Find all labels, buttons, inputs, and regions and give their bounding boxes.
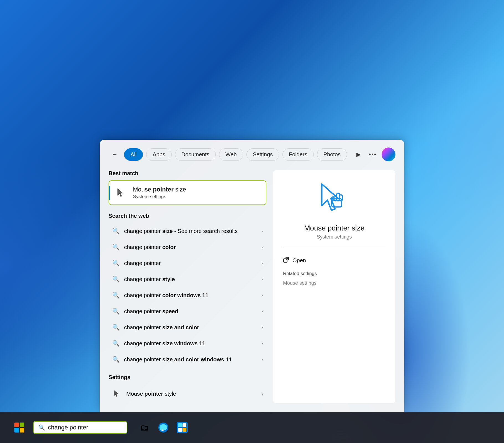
settings-item-0[interactable]: Mouse pointer style › [109, 384, 266, 403]
chevron-3: › [261, 276, 263, 282]
result-text-1: change pointer color [124, 244, 257, 250]
chevron-1: › [261, 244, 263, 250]
result-text-0: change pointer size - See more search re… [124, 228, 257, 234]
search-icon-2: 🔍 [112, 260, 120, 267]
web-result-7[interactable]: 🔍 change pointer size windows 11 › [109, 335, 266, 351]
taskbar-search-text: change pointer [48, 424, 88, 431]
svg-rect-6 [14, 423, 19, 427]
svg-rect-8 [14, 428, 19, 432]
taskbar-apps: 🗂 [137, 420, 189, 435]
start-button[interactable] [11, 419, 28, 436]
web-section: Search the web 🔍 change pointer size - S… [109, 213, 266, 367]
svg-rect-2 [340, 195, 342, 201]
search-icon-7: 🔍 [112, 340, 120, 347]
result-text-6: change pointer size and color [124, 324, 257, 331]
chevron-0: › [261, 228, 263, 234]
left-panel: Best match Mouse pointer size System set… [109, 170, 266, 403]
search-overlay: ← All Apps Documents Web Settings Folder… [100, 140, 404, 412]
taskbar-search-box[interactable]: 🔍 change pointer [33, 421, 127, 434]
search-icon-6: 🔍 [112, 324, 120, 331]
right-panel: Mouse pointer size System settings Open … [273, 170, 395, 403]
open-external-icon [283, 257, 289, 264]
taskbar-app-filemanager[interactable]: 🗂 [137, 420, 152, 435]
best-match-label: Best match [109, 170, 266, 177]
best-match-info: Mouse pointer size System settings [133, 186, 260, 200]
svg-rect-12 [178, 423, 182, 427]
mouse-pointer-style-icon [112, 389, 122, 399]
filter-pill-all[interactable]: All [124, 148, 143, 161]
result-text-7: change pointer size windows 11 [124, 340, 257, 347]
result-text-8: change pointer size and color windows 11 [124, 356, 257, 363]
web-section-label: Search the web [109, 213, 266, 219]
filter-pill-web[interactable]: Web [219, 148, 243, 161]
web-result-0[interactable]: 🔍 change pointer size - See more search … [109, 223, 266, 239]
copilot-icon[interactable] [382, 147, 395, 161]
settings-chevron-0: › [261, 391, 263, 397]
chevron-7: › [261, 341, 263, 346]
best-match-item[interactable]: Mouse pointer size System settings [109, 180, 266, 205]
search-nav: ← All Apps Documents Web Settings Folder… [109, 147, 395, 161]
search-icon-4: 🔍 [112, 292, 120, 299]
right-panel-subtitle: System settings [283, 234, 385, 240]
open-label: Open [292, 257, 306, 264]
best-match-title: Mouse pointer size [133, 186, 260, 193]
taskbar-search-icon: 🔍 [38, 424, 45, 431]
svg-rect-14 [178, 428, 182, 432]
related-mouse-settings[interactable]: Mouse settings [283, 279, 317, 287]
chevron-5: › [261, 309, 263, 314]
settings-section: Settings Mouse pointer style › [109, 374, 266, 403]
filter-pill-apps[interactable]: Apps [146, 148, 172, 161]
filter-pill-photos[interactable]: Photos [317, 148, 347, 161]
right-panel-divider [283, 248, 385, 248]
settings-section-label: Settings [109, 374, 266, 380]
filter-pill-folders[interactable]: Folders [282, 148, 314, 161]
settings-result-text-0: Mouse pointer style [126, 391, 257, 397]
search-icon-1: 🔍 [112, 243, 120, 251]
web-result-1[interactable]: 🔍 change pointer color › [109, 239, 266, 255]
chevron-6: › [261, 325, 263, 330]
web-result-6[interactable]: 🔍 change pointer size and color › [109, 319, 266, 335]
result-text-5: change pointer speed [124, 308, 257, 315]
search-icon-5: 🔍 [112, 308, 120, 315]
back-button[interactable]: ← [109, 148, 121, 160]
mouse-pointer-icon [115, 186, 128, 200]
result-text-2: change pointer [124, 260, 257, 266]
chevron-2: › [261, 260, 263, 266]
related-settings-label: Related settings [283, 271, 317, 276]
svg-rect-7 [20, 423, 24, 427]
open-button[interactable]: Open [283, 255, 385, 266]
web-result-4[interactable]: 🔍 change pointer color windows 11 › [109, 287, 266, 303]
svg-rect-13 [182, 423, 186, 427]
chevron-8: › [261, 357, 263, 362]
best-match-subtitle: System settings [133, 194, 260, 200]
web-result-8[interactable]: 🔍 change pointer size and color windows … [109, 351, 266, 367]
result-text-3: change pointer style [124, 276, 257, 283]
web-result-2[interactable]: 🔍 change pointer › [109, 255, 266, 271]
taskbar: 🔍 change pointer 🗂 [0, 412, 504, 443]
web-result-3[interactable]: 🔍 change pointer style › [109, 271, 266, 287]
right-panel-title: Mouse pointer size [283, 224, 385, 232]
result-text-4: change pointer color windows 11 [124, 292, 257, 299]
search-content: Best match Mouse pointer size System set… [109, 170, 395, 403]
search-icon-0: 🔍 [112, 227, 120, 235]
taskbar-app-edge[interactable] [156, 420, 171, 435]
filter-pill-settings[interactable]: Settings [246, 148, 279, 161]
right-icon-area [283, 181, 385, 217]
search-icon-8: 🔍 [112, 356, 120, 363]
filter-pill-documents[interactable]: Documents [175, 148, 216, 161]
taskbar-app-store[interactable] [175, 420, 189, 435]
search-icon-3: 🔍 [112, 276, 120, 283]
chevron-4: › [261, 292, 263, 298]
play-button[interactable]: ▶ [353, 149, 364, 160]
svg-rect-9 [20, 428, 24, 432]
more-button[interactable]: ••• [367, 149, 378, 160]
svg-rect-15 [182, 428, 186, 432]
web-result-5[interactable]: 🔍 change pointer speed › [109, 303, 266, 319]
